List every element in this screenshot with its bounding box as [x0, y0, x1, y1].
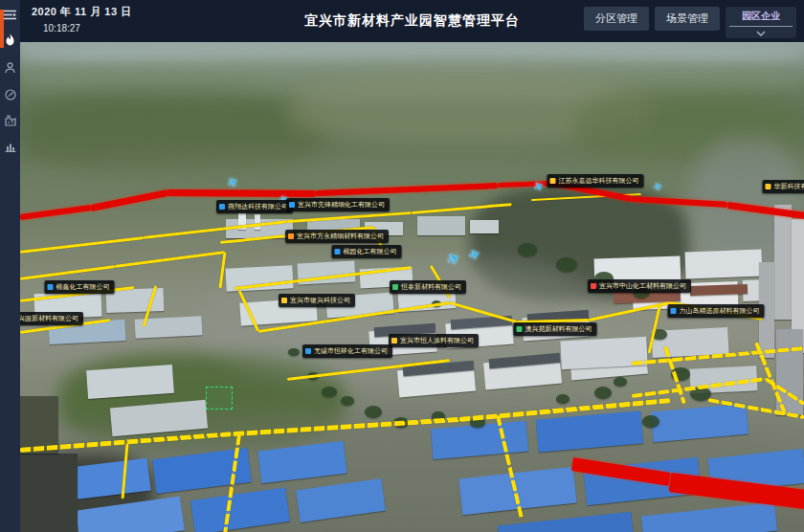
- company-label-text: 兴国新材料有限公司: [20, 314, 78, 323]
- road-segment-yellow: [20, 265, 115, 280]
- company-label[interactable]: 横鑫化工有限公司: [45, 280, 115, 294]
- company-marker-icon: [517, 326, 523, 332]
- map-viewport[interactable]: ✈✈✈✈✈✈ 燕翔达科技有限公司宜兴市先锋精细化工有限公司宜兴市方永精细材料有限…: [20, 42, 804, 532]
- park-enterprise-dropdown[interactable]: 园区企业: [726, 7, 796, 38]
- company-label[interactable]: 横园化工有限公司: [332, 245, 402, 258]
- tree: [365, 406, 382, 418]
- selection-box: [206, 387, 233, 410]
- company-label[interactable]: 宜兴市恒人涂料有限公司: [389, 334, 479, 347]
- company-label-text: 横鑫化工有限公司: [56, 282, 110, 292]
- dropdown-label: 园区企业: [742, 10, 780, 23]
- factory-icon[interactable]: [0, 110, 20, 131]
- company-marker-icon: [335, 249, 341, 255]
- company-label[interactable]: 宜兴市中山化工材料有限公司: [588, 279, 691, 293]
- company-label-text: 横园化工有限公司: [344, 247, 397, 256]
- building: [255, 214, 260, 230]
- company-label[interactable]: 恒泰新材料有限公司: [390, 280, 466, 294]
- tree: [594, 387, 612, 399]
- sidebar: [0, 0, 20, 532]
- company-label-text: 力山岛精选原材料有限公司: [680, 306, 760, 316]
- scene-management-button[interactable]: 场景管理: [655, 7, 720, 31]
- company-label-text: 宜兴市恒人涂料有限公司: [400, 336, 474, 345]
- company-label-text: 宜兴市方永精细材料有限公司: [297, 232, 384, 241]
- company-label[interactable]: 江苏永嘉远华科技有限公司: [547, 174, 644, 188]
- tree: [556, 394, 570, 404]
- company-label[interactable]: 宜兴市先锋精细化工有限公司: [286, 198, 390, 211]
- building: [774, 205, 792, 320]
- road-segment-yellow: [20, 236, 144, 254]
- building: [86, 365, 174, 399]
- building: [690, 284, 748, 296]
- header-actions: 分区管理 场景管理 园区企业: [584, 7, 796, 38]
- user-icon[interactable]: [0, 57, 20, 78]
- company-marker-icon: [219, 204, 225, 210]
- gauge-icon[interactable]: [0, 84, 20, 105]
- bar-chart-icon[interactable]: [0, 136, 20, 157]
- tree: [341, 396, 354, 406]
- road-segment-red: [20, 205, 91, 220]
- company-label[interactable]: 力山岛精选原材料有限公司: [668, 304, 765, 318]
- tree: [322, 387, 337, 397]
- company-label[interactable]: 宜兴市方永精细材料有限公司: [285, 230, 389, 243]
- tree: [556, 257, 577, 272]
- company-label-text: 宜兴市中山化工材料有限公司: [599, 281, 686, 291]
- company-label-text: 宜兴市银兴科技公司: [290, 296, 350, 305]
- company-marker-icon: [550, 178, 556, 184]
- company-marker-icon: [392, 284, 398, 290]
- menu-icon[interactable]: [0, 4, 20, 25]
- flame-icon[interactable]: [0, 29, 20, 50]
- tree: [642, 415, 659, 428]
- company-label-text: 华新科技有限公司: [774, 182, 804, 191]
- company-label[interactable]: 无锡市恒林化工有限公司: [302, 344, 392, 358]
- company-marker-icon: [305, 348, 311, 354]
- tree: [518, 243, 537, 256]
- top-header: 2020 年 11 月 13 日 10:18:27 宜兴市新材料产业园智慧管理平…: [20, 0, 804, 42]
- building: [685, 250, 763, 279]
- tree: [288, 348, 300, 356]
- company-label[interactable]: 华新科技有限公司: [763, 180, 804, 193]
- company-label-text: 澳兴苑新材料有限公司: [525, 324, 592, 334]
- company-label[interactable]: 澳兴苑新材料有限公司: [514, 322, 597, 336]
- app-root: 2020 年 11 月 13 日 10:18:27 宜兴市新材料产业园智慧管理平…: [0, 0, 804, 532]
- company-label[interactable]: 宜兴市银兴科技公司: [279, 294, 355, 307]
- building: [20, 454, 78, 532]
- company-label-text: 宜兴市先锋精细化工有限公司: [298, 200, 385, 210]
- building: [417, 216, 465, 235]
- company-marker-icon: [288, 233, 294, 239]
- company-marker-icon: [281, 298, 287, 303]
- road-segment-red: [168, 189, 316, 197]
- company-marker-icon: [591, 283, 596, 289]
- company-marker-icon: [391, 338, 397, 344]
- zone-management-button[interactable]: 分区管理: [584, 7, 649, 31]
- company-label-text: 无锡市恒林化工有限公司: [314, 346, 388, 356]
- tree: [614, 377, 627, 387]
- company-label-text: 燕翔达科技有限公司: [228, 202, 288, 211]
- company-marker-icon: [766, 184, 771, 189]
- company-label[interactable]: 燕翔达科技有限公司: [216, 200, 293, 213]
- building: [470, 220, 499, 233]
- company-label-text: 恒泰新材料有限公司: [401, 282, 461, 292]
- dropdown-divider: [729, 26, 793, 27]
- company-marker-icon: [671, 308, 677, 314]
- company-label-text: 江苏永嘉远华科技有限公司: [559, 176, 639, 186]
- company-label[interactable]: 兴国新材料有限公司: [20, 312, 83, 325]
- company-marker-icon: [289, 202, 295, 208]
- chevron-down-icon: [756, 28, 766, 36]
- road-segment-yellow: [115, 251, 225, 268]
- company-marker-icon: [48, 284, 54, 290]
